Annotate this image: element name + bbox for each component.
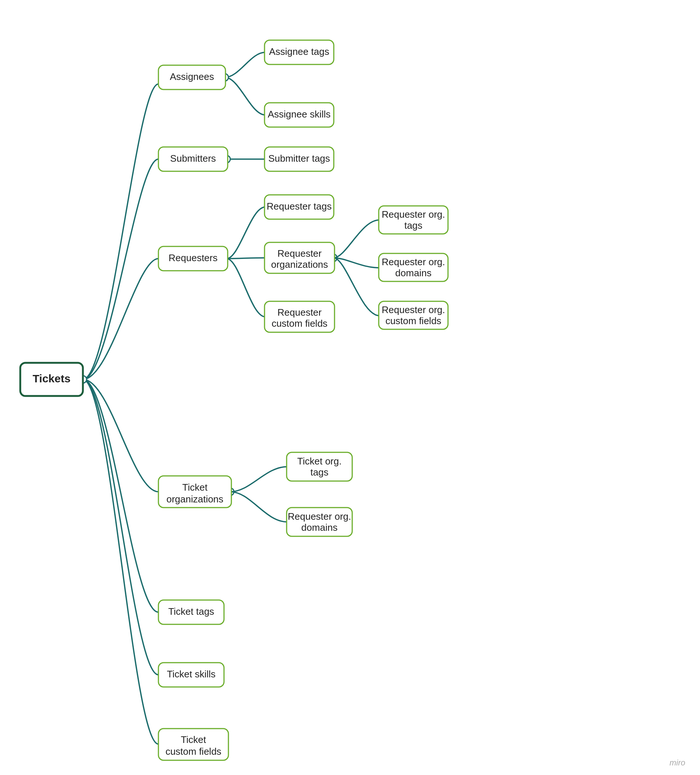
conn-tickets-assignees <box>83 84 158 379</box>
label-ticket-orgs-2: organizations <box>166 494 224 505</box>
label-ticket-org-tags-1: Ticket org. <box>297 456 341 467</box>
label-ticket-orgs-1: Ticket <box>182 482 208 493</box>
mind-map-diagram: .lbl { font-family: 'Segoe UI', Arial, s… <box>0 0 700 775</box>
conn-requesters-rcustom <box>226 259 265 317</box>
label-requester-tags: Requester tags <box>267 201 332 212</box>
conn-assignees-skills <box>225 77 265 115</box>
label-requester-orgs-1: Requester <box>278 248 322 259</box>
label-req-org-custom-2: custom fields <box>386 315 441 326</box>
label-ticket-org-tags-2: tags <box>310 467 328 478</box>
label-assignees: Assignees <box>170 71 214 82</box>
label-req-org-domains-2: domains <box>395 268 431 278</box>
conn-rorgs-org-custom <box>333 258 379 316</box>
label-req-org-tags-2: tags <box>404 220 422 231</box>
conn-ticket-orgs-domains <box>230 492 288 522</box>
label-ticket-custom-2: custom fields <box>165 746 221 757</box>
label-submitters: Submitters <box>170 153 216 164</box>
label-tickets: Tickets <box>33 373 71 384</box>
label-req-org-custom-1: Requester org. <box>382 304 445 315</box>
conn-requesters-rorgs <box>226 258 265 259</box>
label-assignee-skills: Assignee skills <box>268 109 331 120</box>
label-requesters: Requesters <box>169 252 218 263</box>
conn-ticket-orgs-tags <box>230 467 288 492</box>
conn-assignees-tags <box>225 52 265 77</box>
conn-tickets-submitters <box>83 159 158 379</box>
label-ticket-skills: Ticket skills <box>167 669 216 680</box>
label-ticket-tags: Ticket tags <box>168 606 214 617</box>
conn-rorgs-org-tags <box>333 220 379 258</box>
label-assignee-tags: Assignee tags <box>269 46 329 57</box>
label-req-org-domains-1: Requester org. <box>382 256 445 268</box>
conn-requesters-rtags <box>226 207 265 259</box>
conn-tickets-ticket-skills <box>83 379 158 675</box>
label-ticket-org-domains-2: domains <box>301 522 338 533</box>
conn-tickets-ticket-tags <box>83 379 158 612</box>
label-ticket-org-domains-1: Requester org. <box>288 511 351 522</box>
miro-watermark: miro <box>669 758 685 768</box>
label-requester-custom-1: Requester <box>278 307 322 318</box>
label-requester-orgs-2: organizations <box>271 259 328 270</box>
label-requester-custom-2: custom fields <box>271 318 328 329</box>
label-ticket-custom-1: Ticket <box>181 734 206 745</box>
label-submitter-tags: Submitter tags <box>268 153 330 164</box>
label-req-org-tags-1: Requester org. <box>382 209 445 220</box>
